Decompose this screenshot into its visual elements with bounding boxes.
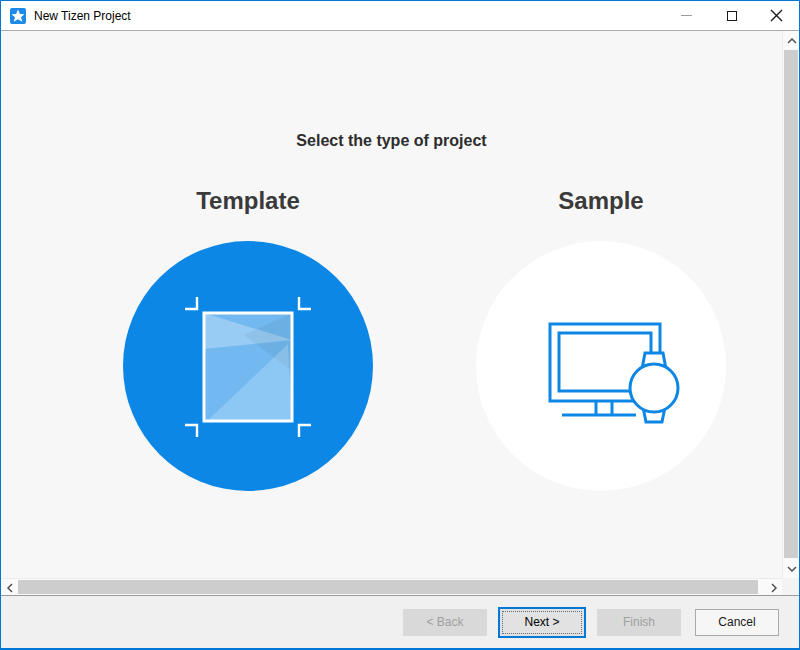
- vertical-scrollbar[interactable]: [782, 31, 799, 578]
- scroll-right-button[interactable]: [765, 579, 782, 596]
- tizen-logo-icon: [10, 8, 26, 24]
- chevron-right-icon: [771, 583, 777, 593]
- new-tizen-project-dialog: New Tizen Project Select the type of pro…: [0, 0, 800, 650]
- cancel-button[interactable]: Cancel: [695, 609, 779, 636]
- close-button[interactable]: [754, 1, 799, 30]
- chevron-left-icon: [7, 583, 13, 593]
- chevron-down-icon: [787, 566, 797, 572]
- scroll-left-button[interactable]: [1, 579, 18, 596]
- vertical-scroll-thumb[interactable]: [784, 50, 798, 558]
- horizontal-scrollbar[interactable]: [1, 578, 782, 595]
- scroll-down-button[interactable]: [783, 560, 800, 577]
- scroll-up-button[interactable]: [783, 32, 800, 49]
- minimize-button: [664, 1, 709, 30]
- template-canvas-icon: [123, 241, 373, 491]
- scrollbar-corner: [782, 578, 799, 595]
- close-icon: [770, 9, 783, 22]
- wizard-content: Select the type of project Template: [1, 31, 782, 578]
- maximize-button[interactable]: [709, 1, 754, 30]
- chevron-up-icon: [787, 38, 797, 44]
- horizontal-scroll-thumb[interactable]: [18, 580, 758, 594]
- next-button[interactable]: Next >: [498, 607, 586, 638]
- window-title: New Tizen Project: [34, 9, 131, 23]
- template-label: Template: [123, 184, 373, 218]
- title-bar: New Tizen Project: [1, 1, 799, 31]
- template-circle[interactable]: [123, 241, 373, 491]
- back-button: < Back: [403, 609, 487, 636]
- tv-and-smartwatch-icon: [476, 241, 726, 491]
- page-title: Select the type of project: [1, 132, 782, 150]
- maximize-icon: [727, 11, 737, 21]
- sample-circle[interactable]: [476, 241, 726, 491]
- wizard-button-bar: < Back Next > Finish Cancel: [1, 595, 799, 648]
- option-template[interactable]: Template: [123, 184, 373, 491]
- minimize-icon: [681, 15, 692, 16]
- sample-label: Sample: [476, 184, 726, 218]
- finish-button: Finish: [597, 609, 681, 636]
- option-sample[interactable]: Sample: [476, 184, 726, 491]
- caption-buttons: [664, 1, 799, 30]
